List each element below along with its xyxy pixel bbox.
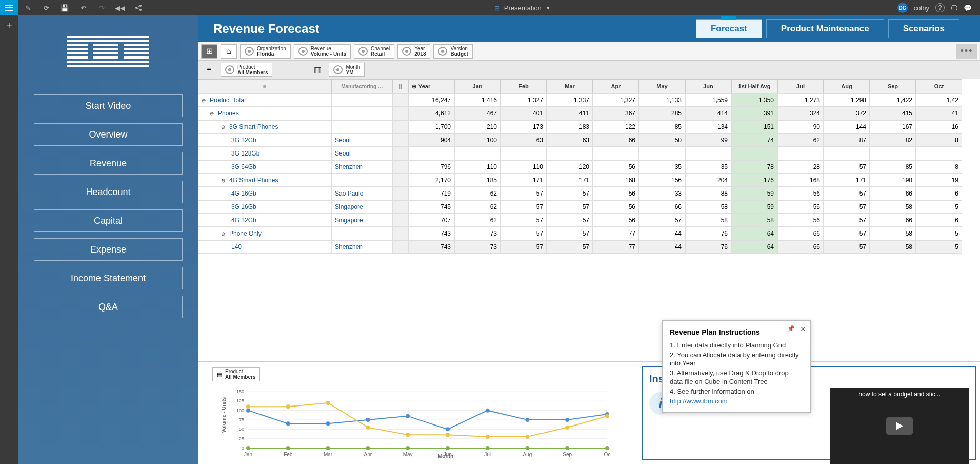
cell[interactable]: 5 — [916, 227, 962, 240]
col-oct[interactable]: Oct — [916, 79, 962, 93]
cell[interactable]: 64 — [731, 240, 777, 254]
cell-mfr[interactable] — [331, 227, 393, 240]
col-manufacturing[interactable]: Manufactoring … — [331, 79, 393, 93]
cell[interactable]: 2,170 — [408, 173, 454, 187]
cell[interactable]: 58 — [870, 240, 916, 254]
dimensions-icon[interactable]: ⊞ — [201, 44, 217, 59]
cell[interactable]: 62 — [454, 200, 501, 214]
cell-mfr[interactable]: Seoul — [331, 133, 393, 147]
cell[interactable]: 85 — [870, 160, 916, 173]
tab-forecast[interactable]: Forecast — [696, 19, 762, 38]
filter-channel[interactable]: ChannelRetail — [354, 44, 394, 59]
cell[interactable]: 176 — [731, 173, 777, 187]
row-label[interactable]: 4G 16Gb — [198, 187, 331, 200]
cell[interactable]: 58 — [685, 214, 731, 227]
cell[interactable] — [870, 147, 916, 160]
cell[interactable]: 1,416 — [454, 93, 501, 107]
filter-product[interactable]: ProductAll Members — [221, 63, 272, 77]
col-feb[interactable]: Feb — [501, 79, 547, 93]
cell[interactable]: 719 — [408, 187, 454, 200]
cell[interactable]: 745 — [408, 200, 454, 214]
cell[interactable] — [685, 147, 731, 160]
col-mar[interactable]: Mar — [547, 79, 593, 93]
nav-headcount[interactable]: Headcount — [34, 181, 183, 203]
cell[interactable]: 35 — [639, 160, 685, 173]
row-label[interactable]: 3G 128Gb — [198, 147, 331, 160]
cell[interactable]: 57 — [824, 214, 870, 227]
popup-link[interactable]: http://www.ibm.com — [670, 397, 728, 405]
nav-revenue[interactable]: Revenue — [34, 152, 183, 175]
cell[interactable]: 1,337 — [547, 93, 593, 107]
share-icon[interactable] — [129, 0, 148, 15]
nav-expense[interactable]: Expense — [34, 238, 183, 261]
cell[interactable]: 16,247 — [408, 93, 454, 107]
cell[interactable]: 33 — [639, 187, 685, 200]
cell[interactable]: 904 — [408, 133, 454, 147]
cell[interactable]: 204 — [685, 173, 731, 187]
cell[interactable]: 190 — [870, 173, 916, 187]
cell[interactable] — [731, 147, 777, 160]
filter-version[interactable]: VersionBudget — [433, 44, 472, 59]
mode-label[interactable]: Presentation — [504, 4, 542, 12]
cell[interactable]: 183 — [547, 120, 593, 133]
cell[interactable]: 57 — [501, 240, 547, 254]
tab-scenarios[interactable]: Scenarios — [888, 19, 959, 38]
cell[interactable]: 57 — [547, 227, 593, 240]
cell-mfr[interactable]: Shenzhen — [331, 160, 393, 173]
user-avatar[interactable]: DC — [897, 3, 908, 13]
cell-mfr[interactable] — [331, 120, 393, 133]
row-label[interactable]: 4G 32Gb — [198, 214, 331, 227]
cell[interactable]: 285 — [639, 107, 685, 120]
filter-revenue[interactable]: RevenueVolume - Units — [294, 44, 351, 59]
cell[interactable]: 414 — [685, 107, 731, 120]
collapse-icon[interactable]: ⊖ — [210, 111, 216, 117]
cell[interactable] — [408, 147, 454, 160]
col-jun[interactable]: Jun — [685, 79, 731, 93]
undo-icon[interactable]: ↶ — [74, 0, 92, 15]
cell[interactable]: 66 — [870, 187, 916, 200]
cell[interactable]: 57 — [547, 240, 593, 254]
rows-icon[interactable]: ≡ — [201, 63, 217, 77]
monitor-icon[interactable]: 🖵 — [951, 4, 957, 12]
collapse-icon[interactable]: ⊖ — [221, 231, 227, 237]
cell[interactable] — [593, 147, 639, 160]
cell[interactable]: 1,133 — [639, 93, 685, 107]
cell[interactable]: 66 — [777, 240, 824, 254]
cell[interactable]: 144 — [824, 120, 870, 133]
cell[interactable]: 57 — [501, 200, 547, 214]
cell[interactable] — [777, 147, 824, 160]
col-sep[interactable]: Sep — [870, 79, 916, 93]
cell[interactable]: 77 — [593, 227, 639, 240]
nav-income-statement[interactable]: Income Statement — [34, 267, 183, 289]
cell-mfr[interactable] — [331, 93, 393, 107]
cell[interactable]: 57 — [547, 187, 593, 200]
cell[interactable]: 1,273 — [777, 93, 824, 107]
collapse-icon[interactable]: ⊖ — [221, 124, 227, 130]
row-label[interactable]: ⊖4G Smart Phones — [198, 173, 331, 187]
help-icon[interactable]: ? — [935, 3, 945, 12]
cell[interactable]: 743 — [408, 240, 454, 254]
cell[interactable]: 16 — [916, 120, 962, 133]
save-icon[interactable]: 💾 — [55, 0, 74, 15]
cell[interactable]: 4,612 — [408, 107, 454, 120]
more-options-button[interactable]: ••• — [956, 44, 977, 59]
row-label[interactable]: ⊖Phones — [198, 107, 331, 120]
cell[interactable]: 56 — [777, 214, 824, 227]
main-menu-button[interactable] — [0, 0, 18, 15]
pin-icon[interactable]: 📌 — [787, 325, 795, 332]
cell[interactable]: 134 — [685, 120, 731, 133]
row-label[interactable]: ⊖3G Smart Phones — [198, 120, 331, 133]
refresh-icon[interactable]: ⟳ — [37, 0, 55, 15]
cell[interactable]: 59 — [731, 200, 777, 214]
cell[interactable]: 372 — [824, 107, 870, 120]
cell-mfr[interactable]: Singapore — [331, 214, 393, 227]
cell[interactable]: 110 — [454, 160, 501, 173]
cell[interactable]: 56 — [777, 187, 824, 200]
cell[interactable]: 467 — [454, 107, 501, 120]
cell[interactable] — [639, 147, 685, 160]
cell[interactable]: 796 — [408, 160, 454, 173]
nav-start-video[interactable]: Start Video — [34, 94, 183, 117]
col-may[interactable]: May — [639, 79, 685, 93]
cell-mfr[interactable]: Shenzhen — [331, 240, 393, 254]
nav-q&a[interactable]: Q&A — [34, 296, 183, 318]
